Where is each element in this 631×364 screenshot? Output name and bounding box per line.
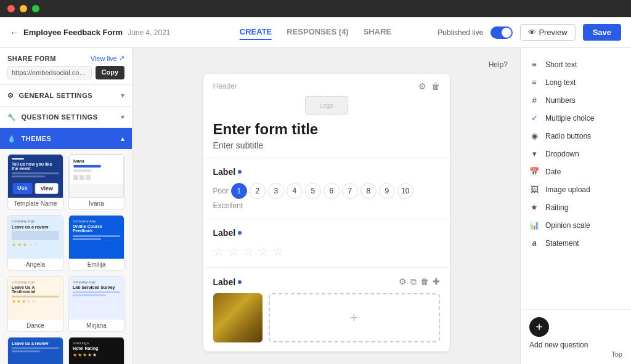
theme-preview-1: Ivana xyxy=(69,155,124,198)
theme-preview-4: company logo Leave Us A Testimonial ★ ★ … xyxy=(8,277,63,320)
main-layout: SHARE FORM View live ↗ https://embedsoci… xyxy=(0,48,631,364)
themes-header[interactable]: 💧 THEMES ▴ xyxy=(0,128,132,149)
field-type-multiple-choice[interactable]: ✓ Multiple choice xyxy=(521,109,631,127)
scale-btn-3[interactable]: 3 xyxy=(268,183,284,199)
opinion-scale-icon: 📊 xyxy=(529,220,539,230)
numbers-icon: # xyxy=(529,95,539,105)
field-type-image-upload[interactable]: 🖼 Image upload xyxy=(521,180,631,198)
theme-preview-7: hotel logo Hotel Rating ★ ★ ★ ★ ★ xyxy=(69,338,124,364)
date-icon: 📅 xyxy=(529,167,539,176)
question-gear-icon[interactable]: ⚙ xyxy=(399,277,407,287)
scale-btn-10[interactable]: 10 xyxy=(397,183,413,199)
published-toggle[interactable] xyxy=(491,26,513,39)
field-type-numbers[interactable]: # Numbers xyxy=(521,91,631,109)
long-text-icon: ≡ xyxy=(529,78,539,87)
field-type-short-text[interactable]: ≡ Short text xyxy=(521,55,631,73)
question-block-0: Label Poor 1 2 3 4 5 6 7 8 9 10 Excell xyxy=(203,158,450,219)
top-link[interactable]: Top xyxy=(611,350,622,358)
maximize-dot[interactable] xyxy=(32,5,39,12)
minimize-dot[interactable] xyxy=(20,5,27,12)
scale-btn-1[interactable]: 1 xyxy=(231,183,247,199)
sidebar: SHARE FORM View live ↗ https://embedsoci… xyxy=(0,48,132,364)
add-new-label: Add new question xyxy=(529,341,588,349)
form-subtitle[interactable]: Enter subtitle xyxy=(213,140,440,150)
logo-placeholder[interactable]: Logo xyxy=(305,96,348,115)
rating-icon: ★ xyxy=(529,203,539,212)
question-trash-icon[interactable]: 🗑 xyxy=(420,277,429,287)
star-2[interactable]: ☆ xyxy=(228,244,239,259)
scale-btn-6[interactable]: 6 xyxy=(324,183,340,199)
view-button-0[interactable]: View xyxy=(35,183,59,194)
field-type-rating[interactable]: ★ Raiting xyxy=(521,198,631,216)
question-settings-header[interactable]: 🔧 QUESTION SETTINGS ▾ xyxy=(0,107,132,127)
statement-icon: a xyxy=(529,238,539,248)
theme-card-2[interactable]: company logo Leave us a review ★ ★ ★ ★ ★… xyxy=(7,215,63,271)
upload-placeholder[interactable]: + xyxy=(269,293,440,342)
preview-button[interactable]: 👁 Preview xyxy=(520,24,575,41)
tab-share[interactable]: SHARE xyxy=(364,25,392,40)
tab-responses[interactable]: RESPONSES (4) xyxy=(287,25,348,40)
theme-name-3: Emilija xyxy=(69,259,124,270)
theme-card-7[interactable]: hotel logo Hotel Rating ★ ★ ★ ★ ★ xyxy=(68,337,124,364)
form-main-title[interactable]: Enter form title xyxy=(213,121,440,138)
field-type-radio[interactable]: ◉ Radio buttons xyxy=(521,127,631,145)
scale-btn-2[interactable]: 2 xyxy=(250,183,266,199)
dropdown-icon: ▾ xyxy=(529,149,539,158)
theme-name-5: Mirjana xyxy=(69,320,124,331)
scale-btn-8[interactable]: 8 xyxy=(360,183,377,199)
use-button-0[interactable]: Use xyxy=(12,183,33,194)
help-link[interactable]: Help? xyxy=(489,60,508,69)
topnav: ← Employee Feedback Form June 4, 2021 CR… xyxy=(0,17,631,48)
theme-card-3[interactable]: Company App Online Course Feedback Emili… xyxy=(68,215,124,271)
back-arrow-icon[interactable]: ← xyxy=(10,28,18,38)
form-header-block: Header ⚙ 🗑 Logo Enter form title Enter s… xyxy=(203,74,450,158)
question-block-1: Label ☆ ☆ ☆ ☆ ☆ xyxy=(203,219,450,268)
theme-card-4[interactable]: company logo Leave Us A Testimonial ★ ★ … xyxy=(7,276,63,332)
question-settings-section: 🔧 QUESTION SETTINGS ▾ xyxy=(0,107,132,128)
scale-btn-7[interactable]: 7 xyxy=(342,183,358,199)
star-rating: ☆ ☆ ☆ ☆ ☆ xyxy=(213,244,440,259)
add-new-section: + Add new question xyxy=(521,309,631,357)
field-type-long-text[interactable]: ≡ Long text xyxy=(521,73,631,91)
view-live-link[interactable]: View live ↗ xyxy=(91,54,124,62)
save-button[interactable]: Save xyxy=(583,24,621,41)
url-copy-row: https://embedsocial.com/admin/edit_... C… xyxy=(7,66,124,79)
copy-button[interactable]: Copy xyxy=(96,66,125,79)
url-input[interactable]: https://embedsocial.com/admin/edit_... xyxy=(7,66,92,79)
field-type-opinion-scale[interactable]: 📊 Opinion scale xyxy=(521,216,631,234)
topnav-tabs: CREATE RESPONSES (4) SHARE xyxy=(240,25,391,40)
field-type-statement[interactable]: a Statement xyxy=(521,234,631,252)
question-add-icon[interactable]: ✚ xyxy=(433,277,440,287)
star-3[interactable]: ☆ xyxy=(243,244,254,259)
question-copy-icon[interactable]: ⧉ xyxy=(410,277,417,287)
star-5[interactable]: ☆ xyxy=(272,244,283,259)
general-settings-header[interactable]: ⚙ GENERAL SETTINGS ▾ xyxy=(0,85,132,106)
theme-card-5[interactable]: company logo Lab Services Survey Mirjana xyxy=(68,276,124,332)
theme-preview-6: Leave us a review xyxy=(8,338,63,364)
close-dot[interactable] xyxy=(7,5,15,12)
theme-card-1[interactable]: Ivana Ivana xyxy=(68,154,124,210)
theme-name-4: Dance xyxy=(8,320,63,331)
chevron-down-icon-2: ▾ xyxy=(121,113,124,121)
field-type-dropdown[interactable]: ▾ Dropdown xyxy=(521,145,631,163)
scale-btn-4[interactable]: 4 xyxy=(287,183,303,199)
share-form-header: SHARE FORM View live ↗ xyxy=(7,54,124,62)
star-4[interactable]: ☆ xyxy=(258,244,269,259)
header-gear-icon[interactable]: ⚙ xyxy=(418,81,426,91)
theme-card-6[interactable]: Leave us a review xyxy=(7,337,63,364)
add-new-button[interactable]: + xyxy=(529,317,549,337)
theme-preview-3: Company App Online Course Feedback xyxy=(69,216,124,259)
scale-btn-5[interactable]: 5 xyxy=(305,183,321,199)
question-label-0: Label xyxy=(213,167,242,177)
theme-card-0[interactable]: Tell us how you like the event Use View … xyxy=(7,154,63,210)
theme-name-2: Angela xyxy=(8,259,63,270)
star-1[interactable]: ☆ xyxy=(213,244,224,259)
header-trash-icon[interactable]: 🗑 xyxy=(431,81,440,91)
scale-btn-9[interactable]: 9 xyxy=(379,183,395,199)
themes-section: 💧 THEMES ▴ xyxy=(0,128,132,149)
gear-icon: ⚙ xyxy=(7,92,14,100)
field-type-date[interactable]: 📅 Date xyxy=(521,163,631,180)
tab-create[interactable]: CREATE xyxy=(240,25,272,40)
header-label: Header xyxy=(213,82,237,91)
field-type-list: ≡ Short text ≡ Long text # Numbers ✓ Mul… xyxy=(521,55,631,309)
